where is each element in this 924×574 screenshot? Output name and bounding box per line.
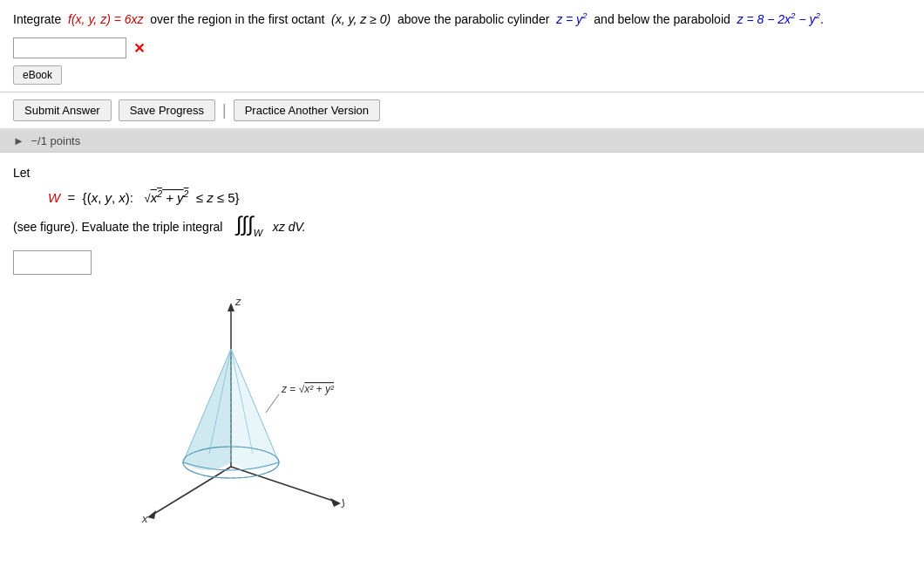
let-label: Let — [13, 166, 911, 180]
eq2-text: z = 8 − 2x2 − y2 — [737, 12, 820, 26]
set-braces: { — [83, 190, 87, 205]
sqrt-expr: √x2 + y2 — [144, 190, 192, 205]
figure-container: z y x z = √x² + y² — [83, 292, 911, 539]
cone-figure: z y x z = √x² + y² — [83, 292, 344, 536]
question-body: Let W = {(x, y, x): √x2 + y2 ≤ z ≤ 5} (s… — [0, 153, 924, 548]
integral-sign-3: ∫W — [248, 212, 262, 236]
condition-text: (x, y, z ≥ 0) — [331, 12, 391, 26]
separator: | — [222, 101, 227, 120]
practice-button[interactable]: Practice Another Version — [234, 99, 380, 121]
set-W: W — [48, 190, 60, 205]
action-bar: Submit Answer Save Progress | Practice A… — [0, 92, 924, 130]
svg-line-2 — [231, 467, 336, 502]
input-row: ✕ — [13, 38, 911, 58]
arrow-icon: ► — [13, 134, 24, 147]
submit-button[interactable]: Submit Answer — [13, 99, 112, 121]
x-axis-label: x — [141, 512, 148, 525]
integral-sign-1: ∫ — [236, 212, 242, 236]
problem-area: Integrate f(x, y, z) = 6xz over the regi… — [0, 0, 924, 92]
svg-line-4 — [153, 467, 231, 515]
points-bar: ► −/1 points — [0, 130, 924, 153]
svg-marker-5 — [147, 510, 156, 519]
function-text: f(x, y, z) = 6xz — [68, 12, 144, 26]
svg-marker-3 — [330, 498, 341, 507]
save-button[interactable]: Save Progress — [119, 99, 215, 121]
svg-marker-1 — [228, 303, 234, 311]
points-text: −/1 points — [31, 134, 81, 147]
period: . — [820, 12, 824, 26]
problem-statement: Integrate f(x, y, z) = 6xz over the regi… — [13, 9, 911, 29]
integrand-text: xz dV. — [273, 220, 306, 234]
see-figure-text: (see figure). Evaluate the triple integr… — [13, 212, 911, 238]
z-axis-label: z — [234, 295, 241, 308]
ebook-button[interactable]: eBook — [13, 65, 62, 85]
see-figure-label: (see figure). Evaluate the triple integr… — [13, 220, 222, 234]
y-axis-label: y — [341, 495, 344, 508]
answer-input[interactable] — [13, 38, 126, 58]
triple-integral-answer[interactable] — [13, 250, 92, 275]
eq1-text: z = y2 — [556, 12, 587, 26]
set-definition: W = {(x, y, x): √x2 + y2 ≤ z ≤ 5} — [48, 188, 911, 205]
svg-line-13 — [266, 394, 279, 413]
cone-equation-label: z = √x² + y² — [281, 383, 335, 395]
close-icon[interactable]: ✕ — [133, 40, 145, 57]
